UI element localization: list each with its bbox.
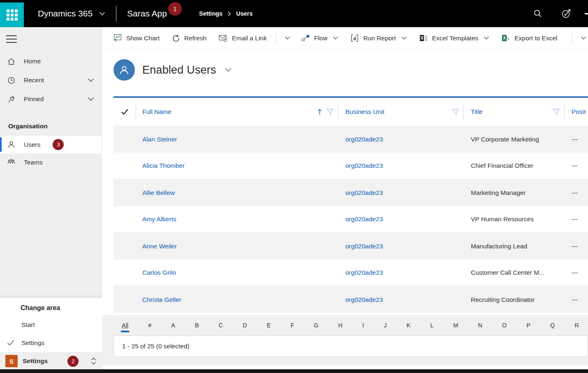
- app-notification-badge: 1: [168, 2, 182, 16]
- area-option-settings[interactable]: Settings: [0, 334, 102, 352]
- chevron-down-icon[interactable]: [88, 78, 94, 82]
- plus-icon[interactable]: [585, 13, 588, 14]
- table-row[interactable]: Carlos Grilo org020ade23 Customer Call C…: [113, 259, 588, 286]
- jump-letter-p[interactable]: P: [526, 322, 530, 329]
- jump-letter-a[interactable]: A: [171, 322, 175, 329]
- position-cell: ---: [564, 215, 588, 223]
- chart-icon: [114, 34, 122, 42]
- checkmark-icon: [121, 109, 129, 115]
- select-all-checkbox[interactable]: [113, 98, 136, 126]
- updown-chevron-icon[interactable]: [90, 357, 97, 366]
- jump-letter-k[interactable]: K: [406, 322, 410, 329]
- show-chart-button[interactable]: Show Chart: [108, 30, 166, 46]
- jump-letter-g[interactable]: G: [314, 322, 318, 329]
- sidebar-item-pinned[interactable]: Pinned: [0, 90, 102, 109]
- full-name-link[interactable]: Anne Weiler: [136, 243, 338, 250]
- overflow-chevron-button[interactable]: [279, 30, 296, 46]
- business-unit-link[interactable]: org020ade23: [338, 215, 463, 223]
- table-row[interactable]: Christa Geller org020ade23 Recruiting Co…: [113, 286, 588, 313]
- jump-letter-c[interactable]: C: [219, 322, 223, 329]
- business-unit-link[interactable]: org020ade23: [338, 189, 463, 197]
- excel-dark-icon: X: [419, 34, 428, 42]
- table-row[interactable]: Alicia Thomber org020ade23 Chief Financi…: [113, 153, 588, 179]
- table-row[interactable]: Anne Weiler org020ade23 Manufacturing Le…: [113, 233, 588, 259]
- chevron-down-icon: [99, 12, 105, 16]
- app-name-button[interactable]: Saras App 1: [127, 9, 167, 19]
- full-name-link[interactable]: Allie Bellew: [136, 189, 338, 197]
- area-switcher[interactable]: S Settings 2: [0, 352, 102, 369]
- table-row[interactable]: Alan Steiner org020ade23 VP Corporate Ma…: [113, 126, 588, 153]
- waffle-icon: [7, 9, 18, 21]
- jump-letter-h[interactable]: H: [338, 322, 343, 329]
- grid-footer: All#ABCDEFGHIJKLMNOPQR 1 - 25 of 25 (0 s…: [102, 315, 588, 366]
- app-launcher-button[interactable]: [0, 2, 24, 27]
- chevron-down-icon[interactable]: [88, 97, 94, 101]
- business-unit-link[interactable]: org020ade23: [338, 296, 463, 303]
- jump-letter-l[interactable]: L: [430, 322, 433, 329]
- business-unit-link[interactable]: org020ade23: [338, 162, 463, 169]
- search-icon[interactable]: [533, 9, 543, 19]
- run-report-button[interactable]: Run Report: [345, 30, 413, 46]
- jump-letter-j[interactable]: J: [384, 322, 387, 329]
- jump-letter-e[interactable]: E: [267, 322, 271, 329]
- export-to-excel-button[interactable]: X Export to Excel: [495, 30, 563, 46]
- breadcrumb-settings[interactable]: Settings: [199, 10, 222, 17]
- business-unit-link[interactable]: org020ade23: [338, 243, 463, 250]
- jump-letter-n[interactable]: N: [478, 322, 482, 329]
- refresh-button[interactable]: Refresh: [166, 30, 213, 46]
- home-icon: [7, 57, 16, 66]
- area-option-start[interactable]: Start: [0, 316, 102, 334]
- chevron-down-icon[interactable]: [484, 36, 489, 40]
- column-header-business-unit[interactable]: Business Unit: [338, 98, 463, 126]
- command-label: Refresh: [184, 35, 206, 42]
- hamburger-menu-button[interactable]: [0, 27, 25, 43]
- chevron-down-icon[interactable]: [401, 36, 407, 40]
- table-row[interactable]: Amy Alberts org020ade23 VP Human Resourc…: [113, 206, 588, 233]
- sidebar-item-label: Teams: [24, 159, 43, 166]
- full-name-link[interactable]: Alicia Thomber: [136, 162, 338, 169]
- jump-letter-q[interactable]: Q: [550, 322, 555, 329]
- sidebar-item-label: Recent: [24, 76, 44, 84]
- jump-letter-#[interactable]: #: [148, 322, 151, 329]
- sidebar-item-home[interactable]: Home: [0, 52, 102, 71]
- check-circle-arrow-icon[interactable]: [561, 8, 572, 19]
- business-unit-link[interactable]: org020ade23: [338, 136, 463, 143]
- jump-letter-b[interactable]: B: [195, 322, 199, 329]
- table-row[interactable]: Allie Bellew org020ade23 Marketing Manag…: [113, 179, 588, 206]
- clock-icon: [7, 76, 16, 85]
- filter-icon[interactable]: [452, 109, 459, 115]
- chevron-down-icon[interactable]: [333, 36, 338, 40]
- full-name-link[interactable]: Alan Steiner: [136, 136, 338, 143]
- jump-letter-i[interactable]: I: [362, 322, 364, 329]
- brand-menu[interactable]: Dynamics 365: [38, 9, 105, 19]
- command-divider: [276, 32, 276, 44]
- jump-letter-m[interactable]: M: [453, 322, 458, 329]
- title-cell: Chief Financial Officer: [463, 162, 564, 169]
- column-header-title[interactable]: Title: [463, 98, 564, 126]
- full-name-link[interactable]: Carlos Grilo: [136, 269, 338, 276]
- breadcrumb-users[interactable]: Users: [236, 10, 252, 17]
- full-name-link[interactable]: Christa Geller: [136, 296, 338, 303]
- position-cell: ---: [564, 243, 588, 250]
- full-name-link[interactable]: Amy Alberts: [136, 215, 338, 223]
- column-header-full-name[interactable]: Full Name: [136, 98, 338, 126]
- column-label: Title: [471, 108, 483, 116]
- filter-icon[interactable]: [326, 109, 334, 115]
- jump-letter-r[interactable]: R: [574, 322, 579, 329]
- overflow-chevron-button[interactable]: [575, 30, 588, 46]
- jump-letter-d[interactable]: D: [243, 322, 247, 329]
- excel-templates-button[interactable]: X Excel Templates: [413, 30, 496, 46]
- flow-button[interactable]: Flow: [296, 30, 345, 46]
- sidebar-item-users[interactable]: Users 3: [0, 136, 102, 153]
- jump-letter-all[interactable]: All: [122, 322, 128, 329]
- sidebar-item-teams[interactable]: Teams: [0, 153, 102, 171]
- jump-letter-f[interactable]: F: [290, 322, 294, 329]
- column-header-position[interactable]: Posit: [564, 98, 588, 126]
- sidebar-item-recent[interactable]: Recent: [0, 71, 102, 90]
- filter-icon[interactable]: [553, 109, 560, 115]
- email-link-button[interactable]: Email a Link: [213, 30, 273, 46]
- jump-letter-o[interactable]: O: [502, 322, 507, 329]
- view-selector-chevron[interactable]: [225, 67, 232, 72]
- business-unit-link[interactable]: org020ade23: [338, 269, 463, 276]
- main-content: Show Chart Refresh Email a Link Flow Run…: [102, 27, 588, 369]
